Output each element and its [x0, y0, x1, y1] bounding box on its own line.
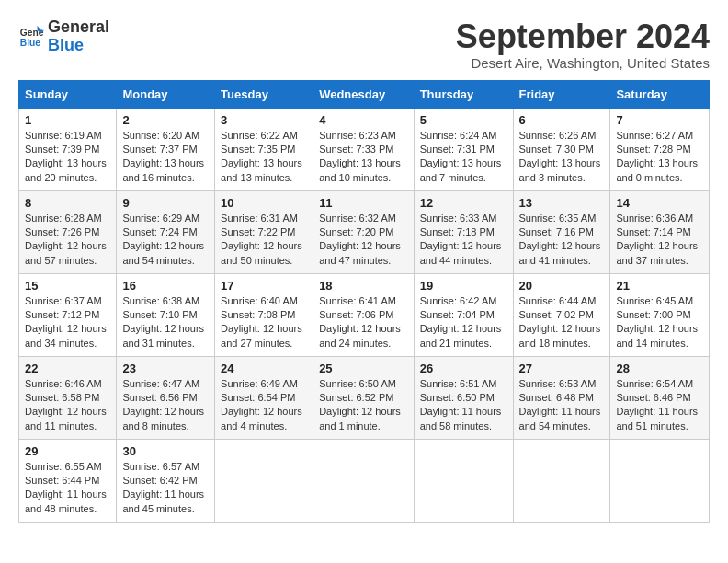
weekday-header: Sunday — [19, 80, 117, 108]
day-number: 19 — [420, 279, 507, 293]
day-info: Sunrise: 6:54 AM Sunset: 6:46 PM Dayligh… — [616, 377, 703, 434]
calendar-week-row: 15Sunrise: 6:37 AM Sunset: 7:12 PM Dayli… — [19, 273, 710, 356]
calendar-week-row: 29Sunrise: 6:55 AM Sunset: 6:44 PM Dayli… — [19, 439, 710, 522]
calendar-cell: 19Sunrise: 6:42 AM Sunset: 7:04 PM Dayli… — [414, 273, 513, 356]
day-number: 2 — [122, 113, 209, 127]
day-number: 12 — [420, 196, 507, 210]
day-number: 15 — [25, 279, 110, 293]
title-block: September 2024 Desert Aire, Washington, … — [456, 18, 710, 71]
day-number: 4 — [319, 113, 408, 127]
day-number: 27 — [519, 362, 605, 375]
day-number: 8 — [25, 196, 110, 210]
weekday-header: Thursday — [414, 80, 513, 108]
calendar-cell: 17Sunrise: 6:40 AM Sunset: 7:08 PM Dayli… — [215, 273, 313, 356]
calendar-cell: 18Sunrise: 6:41 AM Sunset: 7:06 PM Dayli… — [313, 273, 415, 356]
day-info: Sunrise: 6:45 AM Sunset: 7:00 PM Dayligh… — [616, 294, 703, 351]
calendar-cell: 15Sunrise: 6:37 AM Sunset: 7:12 PM Dayli… — [19, 273, 117, 356]
calendar-cell: 4Sunrise: 6:23 AM Sunset: 7:33 PM Daylig… — [313, 108, 415, 190]
day-info: Sunrise: 6:44 AM Sunset: 7:02 PM Dayligh… — [519, 294, 605, 351]
day-info: Sunrise: 6:46 AM Sunset: 6:58 PM Dayligh… — [25, 377, 110, 434]
day-number: 26 — [420, 362, 507, 375]
day-number: 21 — [616, 279, 703, 293]
day-number: 3 — [221, 113, 307, 127]
calendar-cell: 20Sunrise: 6:44 AM Sunset: 7:02 PM Dayli… — [513, 273, 610, 356]
calendar-week-row: 8Sunrise: 6:28 AM Sunset: 7:26 PM Daylig… — [19, 190, 710, 273]
calendar-cell: 25Sunrise: 6:50 AM Sunset: 6:52 PM Dayli… — [313, 356, 415, 439]
day-info: Sunrise: 6:47 AM Sunset: 6:56 PM Dayligh… — [122, 377, 209, 434]
day-info: Sunrise: 6:26 AM Sunset: 7:30 PM Dayligh… — [519, 129, 605, 186]
day-info: Sunrise: 6:41 AM Sunset: 7:06 PM Dayligh… — [319, 294, 408, 351]
calendar-cell: 2Sunrise: 6:20 AM Sunset: 7:37 PM Daylig… — [117, 108, 215, 190]
calendar-cell: 6Sunrise: 6:26 AM Sunset: 7:30 PM Daylig… — [513, 108, 610, 190]
day-number: 10 — [221, 196, 307, 210]
calendar-cell: 13Sunrise: 6:35 AM Sunset: 7:16 PM Dayli… — [513, 190, 610, 273]
day-number: 20 — [519, 279, 605, 293]
weekday-header: Saturday — [610, 80, 710, 108]
day-number: 22 — [25, 362, 110, 375]
weekday-header: Wednesday — [313, 80, 415, 108]
logo-text: General Blue — [48, 18, 109, 55]
day-number: 9 — [122, 196, 209, 210]
calendar-cell — [610, 439, 710, 522]
day-number: 18 — [319, 279, 408, 293]
calendar-cell: 21Sunrise: 6:45 AM Sunset: 7:00 PM Dayli… — [610, 273, 710, 356]
day-number: 23 — [122, 362, 209, 375]
page-header: General Blue General Blue September 2024… — [18, 18, 710, 71]
calendar-cell — [313, 439, 415, 522]
day-info: Sunrise: 6:19 AM Sunset: 7:39 PM Dayligh… — [25, 129, 110, 186]
calendar-cell: 9Sunrise: 6:29 AM Sunset: 7:24 PM Daylig… — [117, 190, 215, 273]
day-info: Sunrise: 6:53 AM Sunset: 6:48 PM Dayligh… — [519, 377, 605, 434]
weekday-header: Monday — [117, 80, 215, 108]
day-info: Sunrise: 6:42 AM Sunset: 7:04 PM Dayligh… — [420, 294, 507, 351]
day-info: Sunrise: 6:24 AM Sunset: 7:31 PM Dayligh… — [420, 129, 507, 186]
day-info: Sunrise: 6:28 AM Sunset: 7:26 PM Dayligh… — [25, 212, 110, 269]
calendar-cell: 27Sunrise: 6:53 AM Sunset: 6:48 PM Dayli… — [513, 356, 610, 439]
day-info: Sunrise: 6:40 AM Sunset: 7:08 PM Dayligh… — [221, 294, 307, 351]
day-number: 11 — [319, 196, 408, 210]
day-number: 29 — [25, 444, 110, 458]
location: Desert Aire, Washington, United States — [456, 55, 710, 71]
calendar-week-row: 1Sunrise: 6:19 AM Sunset: 7:39 PM Daylig… — [19, 108, 710, 190]
day-number: 16 — [122, 279, 209, 293]
day-info: Sunrise: 6:31 AM Sunset: 7:22 PM Dayligh… — [221, 212, 307, 269]
day-info: Sunrise: 6:49 AM Sunset: 6:54 PM Dayligh… — [221, 377, 307, 434]
calendar-cell: 30Sunrise: 6:57 AM Sunset: 6:42 PM Dayli… — [117, 439, 215, 522]
day-info: Sunrise: 6:32 AM Sunset: 7:20 PM Dayligh… — [319, 212, 408, 269]
calendar-cell: 3Sunrise: 6:22 AM Sunset: 7:35 PM Daylig… — [215, 108, 313, 190]
calendar-body: 1Sunrise: 6:19 AM Sunset: 7:39 PM Daylig… — [19, 108, 710, 522]
logo-icon: General Blue — [18, 24, 44, 50]
month-title: September 2024 — [456, 18, 710, 55]
weekday-header: Tuesday — [215, 80, 313, 108]
calendar-week-row: 22Sunrise: 6:46 AM Sunset: 6:58 PM Dayli… — [19, 356, 710, 439]
calendar-cell: 24Sunrise: 6:49 AM Sunset: 6:54 PM Dayli… — [215, 356, 313, 439]
calendar-cell: 11Sunrise: 6:32 AM Sunset: 7:20 PM Dayli… — [313, 190, 415, 273]
day-info: Sunrise: 6:27 AM Sunset: 7:28 PM Dayligh… — [616, 129, 703, 186]
calendar-header-row: SundayMondayTuesdayWednesdayThursdayFrid… — [19, 80, 710, 108]
day-info: Sunrise: 6:55 AM Sunset: 6:44 PM Dayligh… — [25, 460, 110, 517]
logo: General Blue General Blue — [18, 18, 109, 55]
day-number: 25 — [319, 362, 408, 375]
day-info: Sunrise: 6:29 AM Sunset: 7:24 PM Dayligh… — [122, 212, 209, 269]
day-info: Sunrise: 6:33 AM Sunset: 7:18 PM Dayligh… — [420, 212, 507, 269]
day-info: Sunrise: 6:37 AM Sunset: 7:12 PM Dayligh… — [25, 294, 110, 351]
day-info: Sunrise: 6:51 AM Sunset: 6:50 PM Dayligh… — [420, 377, 507, 434]
calendar-cell: 28Sunrise: 6:54 AM Sunset: 6:46 PM Dayli… — [610, 356, 710, 439]
calendar-cell: 12Sunrise: 6:33 AM Sunset: 7:18 PM Dayli… — [414, 190, 513, 273]
day-number: 24 — [221, 362, 307, 375]
day-info: Sunrise: 6:22 AM Sunset: 7:35 PM Dayligh… — [221, 129, 307, 186]
calendar-cell — [513, 439, 610, 522]
day-info: Sunrise: 6:57 AM Sunset: 6:42 PM Dayligh… — [122, 460, 209, 517]
calendar-cell: 16Sunrise: 6:38 AM Sunset: 7:10 PM Dayli… — [117, 273, 215, 356]
calendar-cell — [414, 439, 513, 522]
day-number: 30 — [122, 444, 209, 458]
calendar-cell — [215, 439, 313, 522]
day-number: 7 — [616, 113, 703, 127]
day-number: 6 — [519, 113, 605, 127]
calendar-cell: 22Sunrise: 6:46 AM Sunset: 6:58 PM Dayli… — [19, 356, 117, 439]
day-info: Sunrise: 6:23 AM Sunset: 7:33 PM Dayligh… — [319, 129, 408, 186]
calendar-cell: 23Sunrise: 6:47 AM Sunset: 6:56 PM Dayli… — [117, 356, 215, 439]
day-number: 14 — [616, 196, 703, 210]
calendar-cell: 1Sunrise: 6:19 AM Sunset: 7:39 PM Daylig… — [19, 108, 117, 190]
calendar-cell: 26Sunrise: 6:51 AM Sunset: 6:50 PM Dayli… — [414, 356, 513, 439]
calendar-cell: 7Sunrise: 6:27 AM Sunset: 7:28 PM Daylig… — [610, 108, 710, 190]
